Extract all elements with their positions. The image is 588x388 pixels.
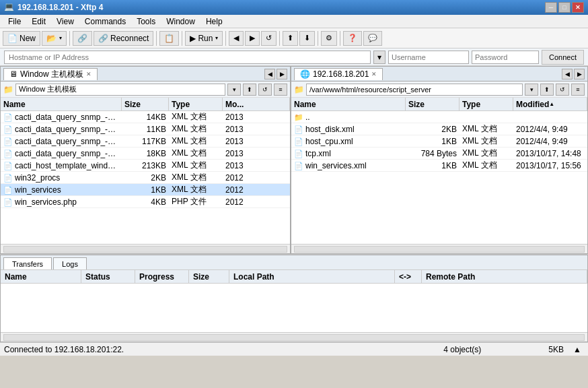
transfers-hscroll[interactable] xyxy=(1,332,587,342)
tab-logs[interactable]: Logs xyxy=(53,257,87,269)
left-file-row[interactable]: 📄win_services.php 4KB PHP 文件 2012 xyxy=(1,196,290,208)
minimize-button[interactable]: ─ xyxy=(545,2,557,13)
left-panel-tab[interactable]: 🖥 Window 主机模板 ✕ xyxy=(3,68,98,80)
view-icon: 📋 xyxy=(164,34,174,43)
hostname-dropdown[interactable]: ▾ xyxy=(373,51,385,64)
right-path-refresh[interactable]: ↺ xyxy=(556,84,569,96)
menu-file[interactable]: File xyxy=(3,15,26,28)
right-file-list: Name Size Type Modified ▲ 📁.. 📄host_disk… xyxy=(291,98,587,244)
right-col-type[interactable]: Type xyxy=(460,98,513,110)
view-button[interactable]: 📋 xyxy=(159,31,179,46)
close-button[interactable]: ✕ xyxy=(572,2,584,13)
menu-view[interactable]: View xyxy=(51,15,79,28)
left-file-row[interactable]: 📄cacti_data_query_snmp_-_interfa... 117K… xyxy=(1,135,290,148)
right-file-modified: 2012/4/4, 9:49 xyxy=(513,125,587,134)
left-file-type: XML 文档 xyxy=(169,160,223,171)
settings-button[interactable]: ⚙ xyxy=(321,31,337,46)
right-tab-close[interactable]: ✕ xyxy=(371,71,377,77)
refresh-button[interactable]: ↺ xyxy=(261,31,277,46)
menu-window[interactable]: Window xyxy=(161,15,200,28)
right-path-menu[interactable]: ≡ xyxy=(571,84,585,96)
new-button[interactable]: 📄 New xyxy=(3,31,40,46)
left-col-modified[interactable]: Mo... xyxy=(223,98,290,110)
open-button[interactable]: 📂 ▾ xyxy=(42,31,67,46)
right-path-input[interactable] xyxy=(306,84,523,96)
right-file-size: 1KB xyxy=(406,137,460,146)
file-icon: 📄 xyxy=(3,198,13,206)
left-file-row[interactable]: 📄cacti_data_query_snmp_-_get_m... 14KB X… xyxy=(1,111,290,123)
left-hscroll-track[interactable] xyxy=(3,246,287,253)
new-icon: 📄 xyxy=(7,34,17,43)
maximize-button[interactable]: □ xyxy=(558,2,571,13)
right-col-size[interactable]: Size xyxy=(406,98,460,110)
left-path-refresh[interactable]: ↺ xyxy=(258,84,272,96)
left-file-row[interactable]: 📄cacti_host_template_windows_h... 213KB … xyxy=(1,160,290,172)
left-col-size[interactable]: Size xyxy=(122,98,169,110)
left-file-size: 18KB xyxy=(122,149,169,158)
chat-button[interactable]: 💬 xyxy=(363,31,382,46)
left-hscroll[interactable] xyxy=(1,244,290,253)
left-nav-next[interactable]: ▶ xyxy=(277,69,287,79)
right-folder-icon: 🌐 xyxy=(300,69,310,79)
left-nav-prev[interactable]: ◀ xyxy=(264,69,275,79)
download-button[interactable]: ⬇ xyxy=(299,31,315,46)
right-file-row[interactable]: 📁.. xyxy=(291,111,587,123)
left-path-dropdown[interactable]: ▾ xyxy=(227,84,241,96)
left-file-list: Name Size Type Mo... 📄cacti_data_query_s… xyxy=(1,98,290,244)
right-hscroll-track[interactable] xyxy=(294,246,585,253)
right-nav-prev[interactable]: ◀ xyxy=(562,69,573,79)
menu-edit[interactable]: Edit xyxy=(26,15,51,28)
status-expand-button[interactable]: ▲ xyxy=(571,345,584,354)
left-file-name: 📄cacti_data_query_snmp_-_get_m... xyxy=(1,112,122,122)
password-input[interactable] xyxy=(472,51,539,64)
left-file-modified: 2012 xyxy=(223,197,290,207)
right-col-name[interactable]: Name xyxy=(291,98,406,110)
back-button[interactable]: ◀ xyxy=(229,31,244,46)
menu-help[interactable]: Help xyxy=(200,15,228,28)
help-button[interactable]: ❓ xyxy=(343,31,362,46)
right-nav-next[interactable]: ▶ xyxy=(574,69,585,79)
tab-transfers[interactable]: Transfers xyxy=(3,257,52,269)
forward-button[interactable]: ▶ xyxy=(245,31,260,46)
transfers-content xyxy=(1,284,587,332)
left-file-row[interactable]: 📄win_services 1KB XML 文档 2012 xyxy=(1,184,290,196)
menu-commands[interactable]: Commands xyxy=(79,15,131,28)
left-path-up[interactable]: ⬆ xyxy=(243,84,256,96)
right-file-name: 📄tcp.xml xyxy=(291,149,406,158)
right-file-row[interactable]: 📄host_cpu.xml 1KB XML 文档 2012/4/4, 9:49 xyxy=(291,135,587,148)
right-file-row[interactable]: 📄host_disk.xml 2KB XML 文档 2012/4/4, 9:49 xyxy=(291,123,587,135)
right-path-up[interactable]: ⬆ xyxy=(540,84,554,96)
run-button[interactable]: ▶ Run ▾ xyxy=(185,31,223,46)
right-file-row[interactable]: 📄win_services.xml 1KB XML 文档 2013/10/17,… xyxy=(291,160,587,172)
left-col-type[interactable]: Type xyxy=(169,98,223,110)
left-path-folder-icon: 📁 xyxy=(3,85,13,94)
left-file-row[interactable]: 📄win32_procs 2KB XML 文档 2012 xyxy=(1,172,290,184)
left-file-modified: 2012 xyxy=(223,185,290,195)
username-input[interactable] xyxy=(388,51,469,64)
right-file-row[interactable]: 📄tcp.xml 784 Bytes XML 文档 2013/10/17, 14… xyxy=(291,148,587,160)
left-tab-close[interactable]: ✕ xyxy=(86,71,91,77)
left-file-row[interactable]: 📄cacti_data_query_snmp_-_runnin... 18KB … xyxy=(1,148,290,160)
link-button[interactable]: 🔗 xyxy=(73,31,92,46)
left-col-name[interactable]: Name xyxy=(1,98,122,110)
left-path-menu[interactable]: ≡ xyxy=(274,84,287,96)
right-hscroll[interactable] xyxy=(291,244,587,253)
hostname-input[interactable] xyxy=(4,51,371,64)
left-file-row[interactable]: 📄cacti_data_query_snmp_-_get_pr... 11KB … xyxy=(1,123,290,135)
connect-button[interactable]: Connect xyxy=(542,50,584,65)
right-path-dropdown[interactable]: ▾ xyxy=(525,84,538,96)
toolbar: 📄 New 📂 ▾ 🔗 🔗 Reconnect 📋 ▶ Run ▾ ◀ ▶ ↺ … xyxy=(0,28,588,48)
left-path-input[interactable] xyxy=(15,84,225,96)
sort-icon: ▲ xyxy=(549,101,554,107)
file-icon: 📄 xyxy=(294,137,303,146)
sep1 xyxy=(69,31,70,46)
right-file-name: 📄host_disk.xml xyxy=(291,125,406,134)
right-panel-tab[interactable]: 🌐 192.168.18.201 ✕ xyxy=(294,68,383,80)
file-icon: 📄 xyxy=(3,125,13,133)
reconnect-button[interactable]: 🔗 Reconnect xyxy=(94,31,153,46)
right-col-modified[interactable]: Modified ▲ xyxy=(513,98,587,110)
transfers-hscroll-track[interactable] xyxy=(3,334,585,341)
upload-button[interactable]: ⬆ xyxy=(283,31,298,46)
left-file-size: 11KB xyxy=(122,125,169,134)
menu-tools[interactable]: Tools xyxy=(131,15,161,28)
